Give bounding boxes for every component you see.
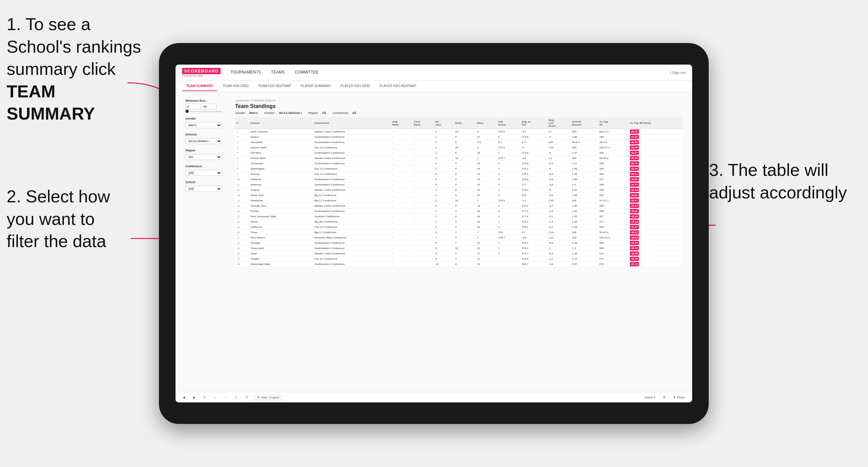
col-avg-to-par[interactable]: Avg. toPar — [520, 117, 547, 129]
table-region-label: Region: — [308, 111, 318, 115]
filter-gender-select[interactable]: Men's Women's — [185, 122, 222, 128]
table-row[interactable]: 25OregonPac-12 Conference--9721-279.5-1.… — [235, 256, 682, 262]
table-row[interactable]: 5Ole MissSoutheastern Conference--361812… — [235, 150, 682, 156]
table-row[interactable]: 8WashingtonPac-12 Conference--28231276.3… — [235, 166, 682, 172]
table-cell: 2.77 — [520, 140, 547, 145]
table-cell: 267 — [598, 193, 628, 198]
table-cell: 23 — [453, 129, 475, 134]
filter-school-select[interactable]: (All) — [185, 186, 222, 192]
table-cell: 2 — [434, 166, 454, 172]
col-overall-record[interactable]: OverallRecord — [570, 117, 598, 129]
table-row[interactable]: 17East Tennessee StateSouthern Conferenc… — [235, 214, 682, 219]
sub-nav-team-h2h-grid[interactable]: TEAM H2H GRID — [219, 82, 252, 91]
table-row[interactable]: 6Florida StateAtlantic Coast Conference-… — [235, 156, 682, 161]
col-adj-score[interactable]: Adj.Score — [496, 117, 520, 129]
col-conf-rank[interactable]: ConfRank — [412, 117, 434, 129]
table-cell: Pac-12 Conference — [313, 166, 391, 172]
nav-item-teams[interactable]: TEAMS — [271, 65, 284, 80]
table-cell: 9 — [453, 219, 475, 224]
table-row[interactable]: 12VirginiaAtlantic Coast Conference--382… — [235, 187, 682, 193]
table-cell: 27 — [475, 134, 496, 140]
sub-nav-team-summary[interactable]: TEAM SUMMARY — [182, 82, 217, 91]
nav-item-committee[interactable]: COMMITTEE — [295, 65, 318, 80]
col-conference[interactable]: Conference — [313, 117, 391, 129]
share-options-button[interactable]: ⧉ — [661, 395, 667, 400]
col-vs-top-50[interactable]: Vs Top 50 Points — [628, 117, 682, 129]
toolbar-reload[interactable]: ↻ — [202, 395, 208, 400]
sub-nav-player-summary[interactable]: PLAYER SUMMARY — [297, 82, 335, 91]
table-cell: - — [496, 256, 520, 262]
filter-division: Division NCAA Division I NCAA Division I… — [185, 133, 228, 144]
col-avg-low[interactable]: Avg.LowScore — [547, 117, 570, 129]
table-cell: Illinois — [249, 219, 313, 224]
table-cell: 9 — [453, 209, 475, 214]
table-row[interactable]: 15Georgia TechAtlantic Coast Conference-… — [235, 204, 682, 209]
table-row[interactable]: 7TennesseeSoutheastern Conference--46182… — [235, 161, 682, 166]
toolbar-share-icon[interactable]: ⬡ — [232, 395, 239, 400]
table-cell: - — [391, 166, 412, 172]
table-row[interactable]: 22GeorgiaSoutheastern Conference--872112… — [235, 241, 682, 246]
table-cell: 1 — [496, 241, 520, 246]
table-row[interactable]: 18IllinoisBig Ten Conference--19231279.1… — [235, 219, 682, 224]
table-cell: - — [412, 145, 434, 150]
sign-out-button[interactable]: | Sign out — [670, 70, 685, 74]
filter-max-input[interactable] — [202, 104, 217, 110]
table-row[interactable]: 14OklahomaBig 12 Conference--3242276.5-4… — [235, 198, 682, 204]
filter-division-select[interactable]: NCAA Division I NCAA Division II NCAA Di… — [185, 138, 222, 144]
toolbar-clock[interactable]: ⏱ — [243, 395, 250, 400]
col-rnds[interactable]: Rnds — [453, 117, 475, 129]
sub-nav-player-h2h-grid[interactable]: PLAYER H2H GRID — [337, 82, 374, 91]
table-row[interactable]: 4Arizona StatePac-12 Conference--1261274… — [235, 145, 682, 150]
table-cell-score: 85.27 — [628, 150, 682, 156]
table-division-val: NCAA Division I — [279, 111, 302, 115]
table-row[interactable]: 21New MexicoMountain West Conference--15… — [235, 235, 682, 241]
table-row[interactable]: 3VanderbiltSoutheastern Conference--2527… — [235, 140, 682, 145]
table-cell-score: 80.43 — [628, 187, 682, 193]
sub-nav-team-h2h-heatmap[interactable]: TEAM H2H HEATMAP — [254, 82, 296, 91]
nav-item-tournaments[interactable]: TOURNAMENTS — [230, 65, 261, 80]
toolbar-forward[interactable]: ▶ — [191, 395, 197, 400]
table-cell: 21 — [475, 241, 496, 246]
table-row[interactable]: 19CaliforniaPac-12 Conference--48242278.… — [235, 224, 682, 230]
table-cell-score: 87.21 — [628, 134, 682, 140]
table-cell: 278.2 — [520, 224, 547, 230]
table-cell: 26 — [453, 145, 475, 150]
col-school[interactable]: School — [249, 117, 313, 129]
table-row[interactable]: 23Texas A&MSoutheastern Conference--9103… — [235, 246, 682, 251]
col-rank[interactable]: # — [235, 117, 249, 129]
filter-conference-select[interactable]: (All) — [185, 170, 222, 176]
table-row[interactable]: 24DukeAtlantic Coast Conference--5927127… — [235, 251, 682, 256]
filter-region-select[interactable]: N/A All — [185, 154, 222, 160]
toolbar-home[interactable]: ⌂ — [212, 395, 218, 400]
sub-nav-player-h2h-heatmap[interactable]: PLAYER H2H HEATMAP — [375, 82, 420, 91]
table-row[interactable]: 16FloridaSoutheastern Conference--792442… — [235, 209, 682, 214]
filter-slider[interactable] — [185, 111, 222, 112]
table-cell: 4 — [496, 214, 520, 219]
table-cell: 24 — [475, 187, 496, 193]
table-row[interactable]: 9ArizonaPac-12 Conference--28234276.3-6.… — [235, 172, 682, 177]
table-row[interactable]: 2AuburnSoutheastern Conference--19276273… — [235, 134, 682, 140]
col-vs-top-25[interactable]: Vs Top25 — [598, 117, 628, 129]
table-cell: 4 — [434, 161, 454, 166]
col-no-tour[interactable]: NoTour — [434, 117, 454, 129]
table-row[interactable]: 10AlabamaSoutheastern Conference--562332… — [235, 177, 682, 182]
toolbar-back[interactable]: ◀ — [181, 395, 187, 400]
table-cell: 1 — [496, 246, 520, 251]
table-cell: 1.53 — [570, 224, 598, 230]
filter-min-input[interactable] — [185, 104, 200, 110]
col-wins[interactable]: Wins — [475, 117, 496, 129]
table-row[interactable]: 11ArkansasSoutheastern Conference--56233… — [235, 182, 682, 187]
view-original-button[interactable]: 👁 View: Original — [254, 395, 282, 400]
table-cell: 10 — [453, 156, 475, 161]
toolbar-more[interactable]: ⋯ — [222, 395, 228, 400]
table-row[interactable]: 26Mississippi StateSoutheastern Conferen… — [235, 262, 682, 267]
share-button[interactable]: ⬆ Share — [671, 395, 687, 400]
watch-button[interactable]: Watch ▾ — [643, 395, 658, 400]
table-cell: Southeastern Conference — [313, 177, 391, 182]
table-cell: 3 — [434, 150, 454, 156]
col-avg-rank[interactable]: Avg.Rank — [391, 117, 412, 129]
table-cell: 5 — [453, 235, 475, 241]
table-row[interactable]: 1North CarolinaAtlantic Coast Conference… — [235, 129, 682, 134]
table-row[interactable]: 13Texas TechBig 12 Conference--19272276-… — [235, 193, 682, 198]
table-row[interactable]: 20TexasBig 12 Conference--3772780.71.442… — [235, 230, 682, 235]
